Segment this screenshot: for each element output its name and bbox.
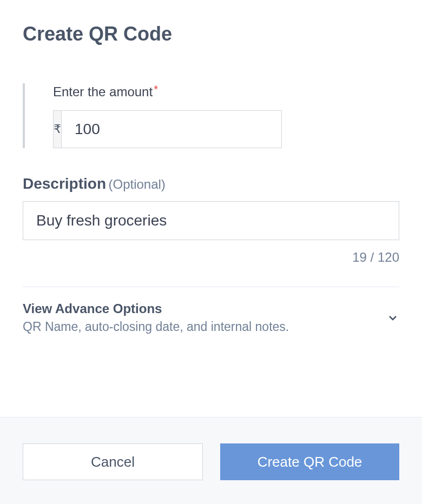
advance-options-toggle[interactable]: View Advance Options QR Name, auto-closi… (23, 301, 399, 340)
amount-input-group: ₹ (53, 110, 279, 148)
optional-text: (Optional) (108, 177, 165, 191)
required-star: * (154, 83, 158, 95)
amount-section: Enter the amount* ₹ (23, 83, 399, 148)
currency-prefix: ₹ (53, 110, 61, 148)
description-section: Description (Optional) 19 / 120 (23, 175, 399, 265)
amount-input[interactable] (61, 110, 282, 148)
footer: Cancel Create QR Code (0, 417, 422, 504)
description-input[interactable] (23, 201, 399, 240)
create-qr-button[interactable]: Create QR Code (220, 443, 399, 480)
amount-label: Enter the amount (53, 84, 153, 100)
divider (23, 287, 399, 287)
advance-options-subtitle: QR Name, auto-closing date, and internal… (23, 320, 386, 334)
cancel-button[interactable]: Cancel (23, 443, 203, 480)
advance-options-title: View Advance Options (23, 301, 386, 316)
char-count: 19 / 120 (23, 250, 399, 265)
chevron-down-icon (386, 311, 399, 324)
page-title: Create QR Code (23, 23, 399, 45)
description-label: Description (23, 175, 106, 192)
